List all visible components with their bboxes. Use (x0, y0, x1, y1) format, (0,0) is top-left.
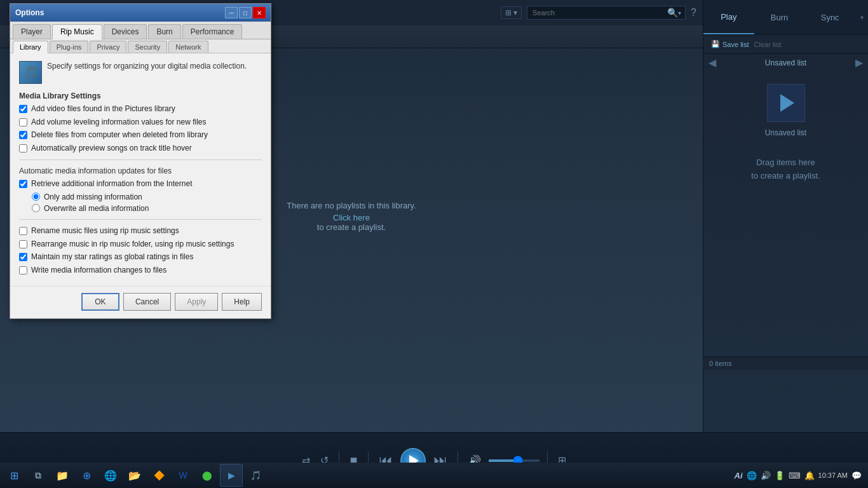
options-dialog: Options ─ □ ✕ Player Rip Music Devices B… (10, 3, 271, 319)
checkbox-row-3: Delete files from computer when deleted … (19, 130, 262, 140)
media-library-icon: 🎵 (19, 61, 42, 84)
dialog-maximize-button[interactable]: □ (239, 7, 252, 18)
dialog-titlebar: Options ─ □ ✕ (10, 4, 271, 22)
description-area: 🎵 Specify settings for organizing your d… (19, 61, 262, 84)
checkbox-row-8: Write media information changes to files (19, 266, 262, 276)
unsaved-list-icon (767, 84, 805, 122)
radio-row-2: Overwrite all media information (32, 204, 262, 213)
checkbox-add-video[interactable] (19, 105, 27, 113)
vlc-icon: 🔶 (154, 470, 165, 480)
checkbox-row-4: Automatically preview songs on track tit… (19, 144, 262, 154)
description-text: Specify settings for organizing your dig… (47, 61, 262, 72)
dialog-overlay: Options ─ □ ✕ Player Rip Music Devices B… (0, 0, 267, 356)
file-explorer-icon: 📁 (56, 470, 69, 482)
apply-button[interactable]: Apply (175, 293, 218, 311)
tab-player[interactable]: Player (13, 24, 51, 39)
checkbox-delete-files[interactable] (19, 131, 27, 139)
play-triangle-icon (780, 94, 794, 112)
checkbox-retrieve-info[interactable] (19, 180, 27, 188)
checkbox-rename-files[interactable] (19, 227, 27, 235)
radio-overwrite-all-label[interactable]: Overwrite all media information (44, 204, 149, 213)
checkbox-write-media-label[interactable]: Write media information changes to files (31, 266, 166, 276)
subtab-library[interactable]: Library (13, 41, 48, 53)
tab-devices[interactable]: Devices (104, 24, 147, 39)
drag-items-line1: Drag items here (716, 156, 855, 170)
checkbox-row-5: Rename music files using rip music setti… (19, 226, 262, 236)
word-button[interactable]: W (172, 464, 194, 487)
notification-center-icon: 💬 (851, 471, 862, 480)
windows-icon: ⊞ (10, 470, 18, 482)
checkbox-star-ratings-label[interactable]: Maintain my star ratings as global ratin… (31, 252, 193, 262)
dialog-window-controls: ─ □ ✕ (225, 7, 266, 18)
help-dialog-button[interactable]: Help (222, 293, 262, 311)
checkbox-row-1: Add video files found in the Pictures li… (19, 104, 262, 114)
checkbox-add-volume-label[interactable]: Add volume leveling information values f… (31, 118, 206, 128)
radio-overwrite-all[interactable] (32, 204, 40, 212)
subtab-security[interactable]: Security (128, 41, 167, 53)
wmp-taskbar-button[interactable]: ▶ (220, 464, 243, 487)
battery-icon: 🔋 (775, 471, 785, 480)
media-icon: 🎵 (250, 470, 261, 480)
wmp-taskbar-icon: ▶ (228, 470, 235, 480)
click-here-link[interactable]: Click here (333, 213, 370, 222)
subtab-network[interactable]: Network (168, 41, 208, 53)
volume-slider[interactable] (489, 459, 539, 462)
tab-sync[interactable]: Sync (804, 0, 855, 34)
ok-button[interactable]: OK (81, 293, 119, 311)
dialog-minimize-button[interactable]: ─ (225, 7, 238, 18)
checkbox-add-video-label[interactable]: Add video files found in the Pictures li… (31, 104, 175, 114)
checkbox-delete-files-label[interactable]: Delete files from computer when deleted … (31, 130, 208, 140)
checkbox-auto-preview-label[interactable]: Automatically preview songs on track tit… (31, 144, 192, 154)
cancel-button[interactable]: Cancel (123, 293, 171, 311)
subtab-plugins[interactable]: Plug-ins (50, 41, 89, 53)
play-icon-area (703, 71, 868, 128)
tab-burn[interactable]: Burn (754, 0, 805, 34)
file-explorer-button[interactable]: 📁 (51, 464, 74, 487)
checkbox-row-6: Rearrange music in rip music folder, usi… (19, 240, 262, 250)
folder-button[interactable]: 📂 (123, 464, 146, 487)
tab-play[interactable]: Play (703, 0, 754, 34)
start-button[interactable]: ⊞ (3, 464, 25, 487)
edge-icon: ⊕ (83, 470, 91, 482)
explorer-ie-button[interactable]: 🌐 (99, 464, 122, 487)
ai-label: Ai (735, 471, 743, 480)
checkbox-write-media[interactable] (19, 266, 27, 274)
tab-rip-music[interactable]: Rip Music (52, 24, 102, 39)
dialog-close-button[interactable]: ✕ (253, 7, 266, 18)
vlc-button[interactable]: 🔶 (147, 464, 170, 487)
chrome-button[interactable]: ⬤ (196, 464, 219, 487)
taskbar: ⊞ ⧉ 📁 ⊕ 🌐 📂 🔶 W ⬤ ▶ 🎵 Ai 🌐 🔊 🔋 ⌨ 🔔 10:37… (0, 463, 868, 488)
checkbox-add-volume[interactable] (19, 118, 27, 126)
drag-items-area: Drag items here to create a playlist. (703, 144, 868, 196)
dialog-title: Options (15, 8, 44, 17)
tab-burn[interactable]: Burn (148, 24, 180, 39)
no-playlists-text: There are no playlists in this library. (287, 201, 416, 210)
subtab-privacy[interactable]: Privacy (90, 41, 126, 53)
radio-only-missing-label[interactable]: Only add missing information (44, 193, 142, 201)
checkbox-rearrange-music[interactable] (19, 240, 27, 248)
checkbox-star-ratings[interactable] (19, 253, 27, 261)
edge-button[interactable]: ⊕ (75, 464, 98, 487)
panel-back-arrow[interactable]: ◀ (709, 57, 716, 69)
save-list-button[interactable]: 💾 Save list (709, 39, 752, 50)
radio-only-missing[interactable] (32, 193, 40, 201)
media-button[interactable]: 🎵 (244, 464, 267, 487)
notification-bell-icon: 🔔 (804, 471, 815, 480)
section-divider-1 (19, 159, 262, 160)
taskbar-clock[interactable]: 10:37 AM (818, 471, 848, 479)
list-options-button[interactable]: ▾ (855, 0, 868, 34)
checkbox-rename-files-label[interactable]: Rename music files using rip music setti… (31, 226, 179, 236)
task-view-button[interactable]: ⧉ (27, 464, 50, 487)
section-divider-2 (19, 219, 262, 220)
checkbox-rearrange-music-label[interactable]: Rearrange music in rip music folder, usi… (31, 240, 234, 250)
task-view-icon: ⧉ (35, 470, 41, 481)
dialog-top-tabs: Player Rip Music Devices Burn Performanc… (10, 22, 271, 39)
auto-update-section-title: Automatic media information updates for … (19, 166, 262, 175)
panel-forward-arrow[interactable]: ▶ (855, 57, 863, 69)
dialog-body: 🎵 Specify settings for organizing your d… (10, 53, 271, 286)
checkbox-auto-preview[interactable] (19, 144, 27, 152)
unsaved-list-label-top: Unsaved list (765, 58, 806, 67)
tab-performance[interactable]: Performance (182, 24, 243, 39)
checkbox-retrieve-info-label[interactable]: Retrieve additional information from the… (31, 179, 192, 189)
clear-list-button[interactable]: Clear list (754, 41, 782, 48)
